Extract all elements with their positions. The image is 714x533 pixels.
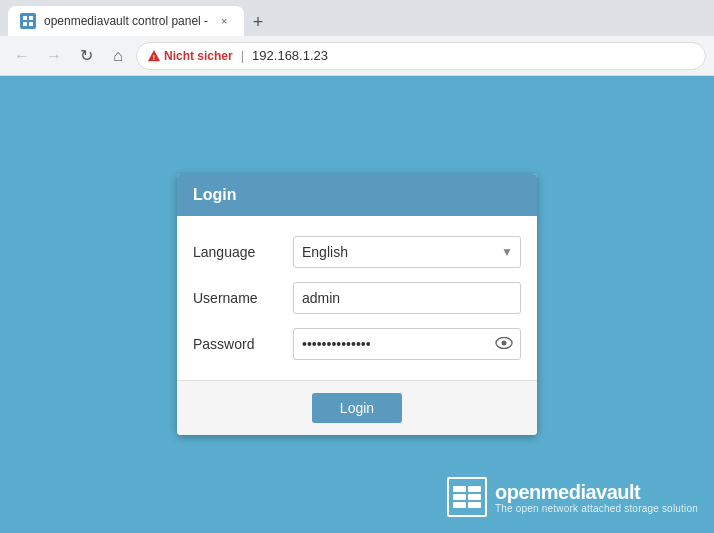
language-select[interactable]: English Deutsch Français Español [293, 236, 521, 268]
login-button[interactable]: Login [312, 393, 402, 423]
login-card-body: Language English Deutsch Français Españo… [177, 216, 537, 380]
tab-title: openmediavault control panel - [44, 14, 208, 28]
login-title: Login [193, 186, 237, 203]
svg-rect-3 [29, 22, 33, 26]
password-wrapper [293, 328, 521, 360]
page-content: Login Language English Deutsch Français … [0, 76, 714, 533]
browser-toolbar: ← → ↻ ⌂ ! Nicht sicher | 192.168.1.23 [0, 36, 714, 76]
svg-text:!: ! [153, 53, 155, 60]
forward-icon: → [46, 47, 62, 65]
home-button[interactable]: ⌂ [104, 42, 132, 70]
password-input[interactable] [293, 328, 521, 360]
back-icon: ← [14, 47, 30, 65]
tab-area: openmediavault control panel - × + [8, 0, 706, 36]
language-label: Language [193, 244, 283, 260]
language-row: Language English Deutsch Français Españo… [193, 236, 521, 268]
new-tab-button[interactable]: + [244, 8, 272, 36]
brand-icon-cell [468, 502, 481, 508]
svg-rect-0 [23, 16, 27, 20]
back-button[interactable]: ← [8, 42, 36, 70]
brand-icon-cell [468, 486, 481, 492]
reload-icon: ↻ [80, 46, 93, 65]
brand-icon-row-3 [453, 502, 481, 508]
brand-icon-row-1 [453, 486, 481, 492]
tab-favicon [20, 13, 36, 29]
forward-button[interactable]: → [40, 42, 68, 70]
warning-icon: ! [147, 49, 161, 63]
brand-icon-cell [453, 486, 466, 492]
language-select-wrapper: English Deutsch Français Español ▼ [293, 236, 521, 268]
tab-close-button[interactable]: × [216, 13, 232, 29]
password-label: Password [193, 336, 283, 352]
brand-icon-cell [453, 502, 466, 508]
security-warning[interactable]: ! Nicht sicher [147, 49, 233, 63]
username-row: Username [193, 282, 521, 314]
brand-icon-cell [453, 494, 466, 500]
login-card-header: Login [177, 174, 537, 216]
brand-icon-row-2 [453, 494, 481, 500]
username-label: Username [193, 290, 283, 306]
brand-logo: openmediavault The open network attached… [447, 477, 698, 517]
svg-rect-2 [23, 22, 27, 26]
address-separator: | [241, 48, 244, 63]
address-bar[interactable]: ! Nicht sicher | 192.168.1.23 [136, 42, 706, 70]
login-card-footer: Login [177, 380, 537, 435]
home-icon: ⌂ [113, 47, 123, 65]
svg-point-6 [502, 341, 507, 346]
reload-button[interactable]: ↻ [72, 42, 100, 70]
address-text: 192.168.1.23 [252, 48, 328, 63]
password-row: Password [193, 328, 521, 360]
active-tab[interactable]: openmediavault control panel - × [8, 6, 244, 36]
username-input[interactable] [293, 282, 521, 314]
browser-titlebar: openmediavault control panel - × + [0, 0, 714, 36]
brand-icon-cell [468, 494, 481, 500]
brand-tagline: The open network attached storage soluti… [495, 503, 698, 514]
login-card: Login Language English Deutsch Français … [177, 174, 537, 435]
brand-name: openmediavault [495, 481, 698, 503]
svg-rect-1 [29, 16, 33, 20]
security-text: Nicht sicher [164, 49, 233, 63]
brand-text-block: openmediavault The open network attached… [495, 481, 698, 514]
brand-icon [447, 477, 487, 517]
show-password-icon[interactable] [495, 335, 513, 353]
